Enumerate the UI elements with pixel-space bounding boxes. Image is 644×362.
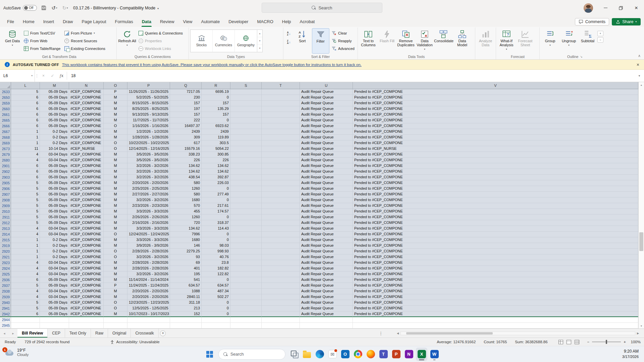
- cell-R2669[interactable]: 303.5: [202, 140, 230, 146]
- cell-V2669[interactable]: Pended to #CEP_COMPONE: [353, 140, 638, 146]
- cell-T2923[interactable]: [262, 260, 300, 266]
- row-header-2665[interactable]: 2665: [0, 118, 11, 123]
- column-header-O[interactable]: O: [104, 82, 127, 89]
- cell-T2673[interactable]: [262, 146, 300, 152]
- cell-L2665[interactable]: 6: [11, 118, 40, 123]
- cell-R2914[interactable]: 0: [202, 232, 230, 237]
- cell-Q2915[interactable]: 1680: [170, 237, 202, 243]
- sort-descending-button[interactable]: ZA↓: [285, 38, 293, 46]
- cell-P2937[interactable]: 11/24/2025 - 11/24/2025: [127, 283, 170, 289]
- cell-N2666[interactable]: #CEP_COMPONE: [69, 123, 104, 129]
- cell-S2915[interactable]: [230, 237, 262, 243]
- cell-N2903[interactable]: #CEP_COMPONE: [69, 175, 104, 180]
- cell-T2919[interactable]: [262, 243, 300, 249]
- ribbon-tab-page-layout[interactable]: Page Layout: [77, 17, 111, 27]
- cell-L2901[interactable]: 6: [11, 163, 40, 169]
- cell-Q2905[interactable]: 580: [170, 180, 202, 186]
- cell-M2902[interactable]: 05-09 Days: [40, 169, 69, 175]
- cell-O2944[interactable]: [104, 317, 127, 323]
- cell-M2659[interactable]: 05-09 Days: [40, 101, 69, 106]
- cell-R2912[interactable]: 318.37: [202, 220, 230, 226]
- row-header-2666[interactable]: 2666: [0, 123, 11, 129]
- cell-P2939[interactable]: 2/20/2026 - 2/20/2026: [127, 294, 170, 300]
- ribbon-tab-automate[interactable]: Automate: [197, 17, 224, 27]
- cell-U2944[interactable]: [300, 317, 353, 323]
- taskbar-outlook-icon[interactable]: O: [339, 348, 351, 361]
- cell-M2942[interactable]: 05-09 Days: [40, 311, 69, 317]
- cell-P2936[interactable]: 11/14/2024 - 11/14/2024: [127, 277, 170, 283]
- geography-tile[interactable]: Geography: [235, 30, 257, 52]
- cell-Q2940[interactable]: 311.18: [170, 300, 202, 306]
- cell-V2940[interactable]: Pended to #CEP_COMPONE: [353, 300, 638, 306]
- cell-S2901[interactable]: [230, 163, 262, 169]
- taskbar-powerpoint-icon[interactable]: P: [390, 348, 402, 361]
- cell-T2907[interactable]: [262, 192, 300, 197]
- cell-R2941[interactable]: 0: [202, 306, 230, 311]
- cell-M2661[interactable]: 05-09 Days: [40, 112, 69, 118]
- cell-O2905[interactable]: M: [104, 180, 127, 186]
- cell-L2661[interactable]: 6: [11, 112, 40, 118]
- column-header-Q[interactable]: Q: [170, 82, 202, 89]
- clear-filter-button[interactable]: Clear: [330, 29, 356, 37]
- cell-M2669[interactable]: 0-2 Days: [40, 140, 69, 146]
- cell-N2925[interactable]: #CEP_COMPONE: [69, 272, 104, 277]
- cell-M2650[interactable]: 05-09 Days: [40, 95, 69, 101]
- cell-V2908[interactable]: Pended to #CEP_COMPONE: [353, 197, 638, 203]
- banner-message-link[interactable]: This workbook contains features that pre…: [62, 63, 362, 67]
- cell-U2939[interactable]: Audit Repair Queue: [300, 294, 353, 300]
- cell-N2939[interactable]: #CEP_COMPONE: [69, 294, 104, 300]
- cell-T2665[interactable]: [262, 118, 300, 123]
- cell-S2660[interactable]: [230, 106, 262, 112]
- row-header-2940[interactable]: 2940: [0, 300, 11, 306]
- cell-M2680[interactable]: 03-04 Days: [40, 158, 69, 163]
- cell-U2680[interactable]: Audit Repair Queue: [300, 158, 353, 163]
- cell-P2679[interactable]: 3/5/2026 - 3/5/2026: [127, 152, 170, 158]
- cell-O2939[interactable]: M: [104, 294, 127, 300]
- data-validation-dropdown-icon[interactable]: ▾: [424, 47, 425, 51]
- cell-L2650[interactable]: 6: [11, 95, 40, 101]
- cell-M2938[interactable]: 03-04 Days: [40, 289, 69, 294]
- cell-Q2650[interactable]: 230: [170, 95, 202, 101]
- cell-L2906[interactable]: 5: [11, 186, 40, 192]
- cell-Q2945[interactable]: [170, 323, 202, 328]
- cell-O2912[interactable]: M: [104, 220, 127, 226]
- cell-T2914[interactable]: [262, 232, 300, 237]
- cell-T2940[interactable]: [262, 300, 300, 306]
- from-picture-dropdown-icon[interactable]: ▾: [94, 32, 95, 35]
- cell-P2912[interactable]: 2/16/2026 - 2/16/2026: [127, 220, 170, 226]
- cell-M2679[interactable]: 03-04 Days: [40, 152, 69, 158]
- share-dropdown-icon[interactable]: ▾: [635, 20, 637, 23]
- cell-Q2659[interactable]: 157: [170, 101, 202, 106]
- cell-N2911[interactable]: #CEP_COMPONE: [69, 215, 104, 220]
- zoom-level[interactable]: 100%: [629, 340, 641, 344]
- cell-U2938[interactable]: Audit Repair Queue: [300, 289, 353, 294]
- taskbar-onenote-icon[interactable]: N: [403, 348, 415, 361]
- row-header-2909[interactable]: 2909: [0, 203, 11, 209]
- cell-U2940[interactable]: Audit Repair Queue: [300, 300, 353, 306]
- cell-M2905[interactable]: 05-09 Days: [40, 180, 69, 186]
- ungroup-dropdown-icon[interactable]: ▾: [568, 43, 570, 47]
- cell-T2939[interactable]: [262, 294, 300, 300]
- cell-M2668[interactable]: 0-2 Days: [40, 135, 69, 140]
- cell-V2919[interactable]: Pended to #CEP_COMPONE: [353, 243, 638, 249]
- row-header-2913[interactable]: 2913: [0, 226, 11, 232]
- cell-O2665[interactable]: M: [104, 118, 127, 123]
- cell-O2633[interactable]: P: [104, 89, 127, 95]
- cell-V2925[interactable]: Pended to #CEP_COMPONE: [353, 272, 638, 277]
- cell-R2944[interactable]: [202, 317, 230, 323]
- cell-U2679[interactable]: Audit Repair Queue: [300, 152, 353, 158]
- ribbon-tab-macro[interactable]: MACRO: [253, 17, 277, 27]
- cell-S2925[interactable]: [230, 272, 262, 277]
- cell-R2679[interactable]: 300.85: [202, 152, 230, 158]
- cell-N2909[interactable]: #CEP_COMPONE: [69, 203, 104, 209]
- cell-L2666[interactable]: 6: [11, 123, 40, 129]
- cell-O2903[interactable]: M: [104, 175, 127, 180]
- cell-M2911[interactable]: 05-09 Days: [40, 215, 69, 220]
- cell-Q2673[interactable]: 15579.16: [170, 146, 202, 152]
- remove-duplicates-button[interactable]: Remove Duplicates: [397, 28, 415, 54]
- cell-Q2907[interactable]: 580: [170, 192, 202, 197]
- cell-V2937[interactable]: Pended to #CEP_COMPONE: [353, 283, 638, 289]
- horizontal-scroll-track[interactable]: [400, 331, 635, 335]
- cell-Q2911[interactable]: 1260: [170, 215, 202, 220]
- cell-V2941[interactable]: Pended to #CEP_COMPONE: [353, 306, 638, 311]
